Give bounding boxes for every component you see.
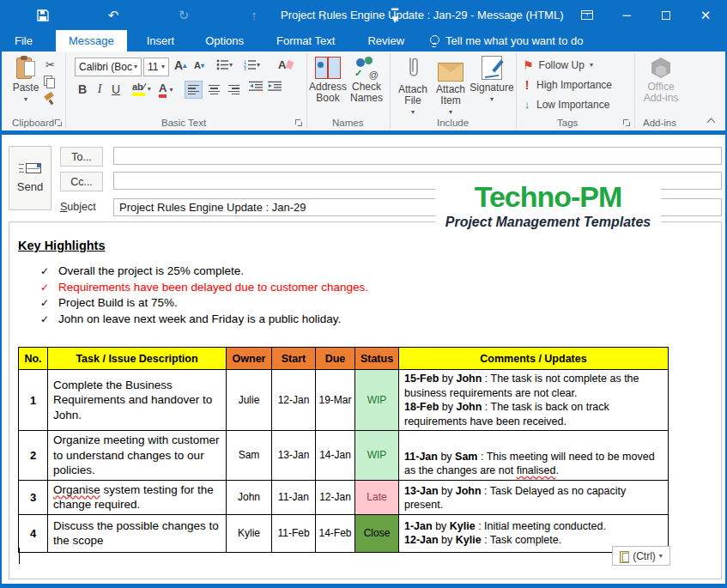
cell-start[interactable]: 11-Jan	[272, 480, 316, 514]
office-add-ins-button[interactable]: Office Add-ins	[639, 57, 683, 104]
tags-group-label: Tags	[557, 118, 578, 128]
cell-due[interactable]: 14-Feb	[316, 514, 355, 552]
table-header-cell[interactable]: Due	[316, 348, 355, 370]
cell-start[interactable]: 12-Jan	[272, 370, 316, 431]
subject-label: Subject	[60, 201, 96, 213]
tab-insert[interactable]: Insert	[134, 30, 188, 52]
task-table[interactable]: No.Task / Issue DescriptionOwnerStartDue…	[18, 347, 669, 553]
cell-task[interactable]: Complete the Business Requirements and h…	[48, 370, 227, 431]
table-header-cell[interactable]: No.	[19, 348, 48, 370]
maximize-button[interactable]	[646, 0, 686, 30]
ribbon-display-options-button[interactable]: ↑	[567, 0, 607, 30]
paste-options-button[interactable]: (Ctrl) ▾	[612, 546, 670, 566]
to-field[interactable]	[113, 147, 722, 165]
cell-no[interactable]: 4	[19, 514, 48, 552]
cut-button[interactable]: ✂	[43, 58, 58, 72]
cell-status[interactable]: Close	[355, 514, 399, 552]
shrink-font-button[interactable]: A▾	[194, 60, 204, 70]
font-size-combobox[interactable]: 11▾	[143, 58, 169, 76]
basic-text-dialog-launcher-icon[interactable]	[295, 119, 303, 127]
bullet-item: ✓Requirements have been delayed due to c…	[40, 280, 368, 296]
undo-icon[interactable]: ↶	[106, 9, 120, 22]
close-button[interactable]: ✕	[686, 0, 725, 30]
signature-button[interactable]: Signature▾	[472, 56, 512, 103]
table-header-cell[interactable]: Start	[272, 348, 316, 370]
cell-comments[interactable]: 11-Jan by Sam : This meeting will need t…	[399, 431, 669, 481]
cc-button[interactable]: Cc...	[60, 172, 103, 191]
ribbon: Paste ▾ ✂ Clipboard Calibri (Boc▾ 11▾ A▴…	[2, 52, 725, 130]
tab-file[interactable]: File	[2, 30, 45, 52]
cell-start[interactable]: 13-Jan	[272, 431, 316, 481]
tab-message[interactable]: Message	[56, 30, 127, 52]
increase-indent-button[interactable]	[268, 81, 282, 92]
align-right-button[interactable]	[225, 81, 243, 99]
paperclip-icon	[406, 56, 420, 82]
clear-formatting-button[interactable]: A	[278, 58, 293, 71]
bullets-button[interactable]: ▾	[216, 59, 233, 70]
grow-font-button[interactable]: A▴	[174, 58, 186, 72]
tab-review[interactable]: Review	[354, 30, 417, 52]
align-center-button[interactable]	[205, 81, 223, 99]
cell-comments[interactable]: 13-Jan by John : Task Delayed as no capa…	[399, 480, 669, 514]
collapse-ribbon-icon[interactable]	[708, 118, 715, 124]
high-importance-button[interactable]: ! High Importance	[523, 78, 612, 92]
tab-options[interactable]: Options	[192, 30, 257, 52]
cell-start[interactable]: 11-Feb	[272, 514, 316, 552]
cell-status[interactable]: WIP	[355, 370, 399, 431]
to-button[interactable]: To...	[60, 147, 103, 167]
minimize-button[interactable]: ─	[607, 0, 646, 30]
align-left-button[interactable]	[185, 81, 203, 99]
clipboard-dialog-launcher-icon[interactable]	[55, 119, 63, 127]
message-body[interactable]: Key Highlights ✓Overall the project is 2…	[9, 221, 722, 579]
text-highlight-button[interactable]: ab⁄▾	[132, 82, 151, 96]
cell-comments[interactable]: 15-Feb by John : The task is not complet…	[399, 370, 669, 431]
format-painter-button[interactable]	[44, 94, 55, 105]
basic-text-group-label: Basic Text	[161, 118, 206, 128]
cell-owner[interactable]: Kylie	[227, 514, 272, 552]
italic-button[interactable]: I	[94, 82, 106, 96]
table-header-cell[interactable]: Owner	[227, 348, 272, 370]
table-header-cell[interactable]: Task / Issue Description	[48, 348, 227, 370]
font-color-button[interactable]: A▾	[159, 82, 173, 98]
save-icon[interactable]	[36, 9, 50, 22]
cell-status[interactable]: WIP	[355, 431, 399, 481]
cell-status[interactable]: Late	[355, 480, 399, 514]
cell-no[interactable]: 3	[19, 480, 48, 514]
send-label: Send	[17, 180, 43, 193]
cell-due[interactable]: 12-Jan	[316, 480, 355, 514]
decrease-indent-button[interactable]	[249, 81, 263, 92]
copy-button[interactable]	[44, 76, 54, 87]
cell-no[interactable]: 1	[19, 370, 48, 431]
address-book-button[interactable]: Address Book	[309, 57, 347, 104]
low-importance-icon: ↓	[523, 98, 531, 111]
tab-format-text[interactable]: Format Text	[264, 30, 348, 52]
paste-button[interactable]: Paste ▾	[6, 56, 45, 103]
include-group-label: Include	[437, 118, 469, 128]
tell-me-box[interactable]: Tell me what you want to do	[429, 30, 583, 52]
cell-no[interactable]: 2	[19, 431, 48, 481]
cell-task[interactable]: Organise system testing for the change r…	[48, 480, 227, 514]
check-names-button[interactable]: ✓@ Check Names	[348, 57, 385, 104]
cell-due[interactable]: 19-Mar	[316, 370, 355, 431]
cell-owner[interactable]: John	[227, 480, 272, 514]
redo-icon[interactable]: ↻	[177, 9, 191, 22]
attach-file-button[interactable]: Attach File▾	[395, 56, 431, 116]
previous-item-icon[interactable]: ↑	[247, 9, 261, 22]
table-header-cell[interactable]: Comments / Updates	[399, 348, 669, 370]
attach-item-button[interactable]: Attach Item▾	[433, 56, 469, 116]
tags-dialog-launcher-icon[interactable]	[623, 119, 631, 127]
font-name-combobox[interactable]: Calibri (Boc▾	[75, 58, 142, 76]
cell-task[interactable]: Organize meeting with customer to unders…	[48, 431, 227, 481]
cell-owner[interactable]: Julie	[227, 370, 272, 431]
cell-due[interactable]: 14-Jan	[316, 431, 355, 481]
numbering-button[interactable]: 123▾	[244, 59, 260, 70]
low-importance-button[interactable]: ↓ Low Importance	[523, 98, 609, 111]
cell-owner[interactable]: Sam	[227, 431, 272, 481]
bullet-text: Project Build is at 75%.	[58, 295, 178, 312]
send-button[interactable]: Send	[9, 146, 51, 210]
bold-button[interactable]: B	[76, 82, 89, 96]
cell-task[interactable]: Discuss the possible changes to the scop…	[48, 514, 227, 552]
underline-button[interactable]: U	[110, 82, 122, 96]
table-header-cell[interactable]: Status	[355, 348, 399, 370]
follow-up-button[interactable]: ⚑ Follow Up▾	[523, 58, 593, 72]
